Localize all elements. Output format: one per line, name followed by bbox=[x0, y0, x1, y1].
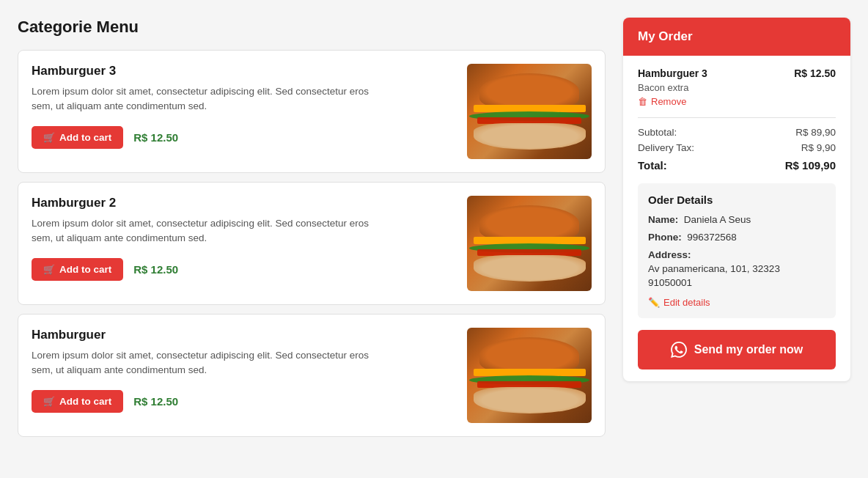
add-to-cart-button-hamburguer-2[interactable]: 🛒 Add to cart bbox=[32, 258, 123, 281]
order-header: My Order bbox=[623, 18, 850, 56]
delivery-tax-label: Delivery Tax: bbox=[638, 142, 694, 153]
edit-details-button[interactable]: ✏️ Edit details bbox=[648, 297, 710, 308]
order-details-section: Oder Details Name: Daniela A Seus Phone:… bbox=[638, 183, 836, 318]
subtotal-value: R$ 89,90 bbox=[795, 127, 836, 138]
menu-card-actions: 🛒 Add to cart R$ 12.50 bbox=[32, 390, 455, 413]
order-item-name: Hamburguer 3 bbox=[638, 67, 707, 79]
delivery-tax-value: R$ 9,90 bbox=[801, 142, 836, 153]
subtotal-row: Subtotal: R$ 89,90 bbox=[638, 127, 836, 138]
total-label: Total: bbox=[638, 159, 667, 172]
menu-card-content: Hamburguer Lorem ipsum dolor sit amet, c… bbox=[32, 328, 455, 413]
page-title: Categorie Menu bbox=[18, 18, 606, 37]
phone-label: Phone: bbox=[648, 232, 682, 243]
order-item-extra: Bacon extra bbox=[638, 82, 836, 93]
order-item-price: R$ 12.50 bbox=[794, 67, 836, 79]
address-label: Address: bbox=[648, 249, 691, 260]
menu-card-actions: 🛒 Add to cart R$ 12.50 bbox=[32, 126, 455, 149]
menu-item-description: Lorem ipsum dolor sit amet, consectetur … bbox=[32, 216, 383, 246]
remove-item-button[interactable]: 🗑 Remove bbox=[638, 96, 686, 107]
tomato-layer bbox=[477, 117, 582, 124]
menu-item-price: R$ 12.50 bbox=[133, 395, 178, 408]
customer-address-row: Address: Av panamericana, 101, 32323 910… bbox=[648, 249, 825, 290]
menu-items-list: Hamburguer 3 Lorem ipsum dolor sit amet,… bbox=[18, 50, 606, 437]
cart-icon: 🛒 bbox=[43, 132, 55, 143]
order-details-title: Oder Details bbox=[648, 194, 825, 206]
menu-item-price: R$ 12.50 bbox=[133, 131, 178, 144]
tomato-layer bbox=[477, 381, 582, 388]
customer-name-row: Name: Daniela A Seus bbox=[648, 213, 825, 227]
subtotal-label: Subtotal: bbox=[638, 127, 677, 138]
tomato-layer bbox=[477, 249, 582, 256]
address-value: Av panamericana, 101, 32323 91050001 bbox=[648, 263, 780, 288]
burger-visual bbox=[467, 64, 592, 159]
phone-value: 996372568 bbox=[687, 232, 737, 243]
cart-icon: 🛒 bbox=[43, 264, 55, 275]
name-label: Name: bbox=[648, 214, 678, 225]
cart-icon: 🛒 bbox=[43, 396, 55, 407]
menu-item-price: R$ 12.50 bbox=[133, 263, 178, 276]
menu-card-content: Hamburguer 2 Lorem ipsum dolor sit amet,… bbox=[32, 196, 455, 281]
menu-item-description: Lorem ipsum dolor sit amet, consectetur … bbox=[32, 84, 383, 114]
customer-phone-row: Phone: 996372568 bbox=[648, 231, 825, 245]
total-row: Total: R$ 109,90 bbox=[638, 159, 836, 172]
menu-item-name: Hamburguer 3 bbox=[32, 64, 455, 78]
menu-section: Categorie Menu Hamburguer 3 Lorem ipsum … bbox=[18, 18, 606, 437]
menu-item-name: Hamburguer 2 bbox=[32, 196, 455, 210]
menu-item-image-hamburguer bbox=[467, 328, 592, 423]
menu-card-actions: 🛒 Add to cart R$ 12.50 bbox=[32, 258, 455, 281]
send-order-button[interactable]: Send my order now bbox=[638, 330, 836, 369]
order-divider bbox=[638, 117, 836, 118]
order-body: Hamburguer 3 R$ 12.50 Bacon extra 🗑 Remo… bbox=[623, 56, 850, 381]
send-order-label: Send my order now bbox=[694, 343, 803, 356]
delivery-tax-row: Delivery Tax: R$ 9,90 bbox=[638, 142, 836, 153]
page-layout: Categorie Menu Hamburguer 3 Lorem ipsum … bbox=[18, 18, 850, 437]
trash-icon: 🗑 bbox=[638, 96, 647, 107]
menu-card-content: Hamburguer 3 Lorem ipsum dolor sit amet,… bbox=[32, 64, 455, 149]
order-panel: My Order Hamburguer 3 R$ 12.50 Bacon ext… bbox=[623, 18, 850, 381]
total-value: R$ 109,90 bbox=[785, 159, 836, 172]
menu-item-description: Lorem ipsum dolor sit amet, consectetur … bbox=[32, 348, 383, 378]
name-value: Daniela A Seus bbox=[684, 214, 751, 225]
menu-card-hamburguer-2: Hamburguer 2 Lorem ipsum dolor sit amet,… bbox=[18, 182, 606, 305]
menu-item-image-hamburguer-3 bbox=[467, 64, 592, 159]
menu-item-name: Hamburguer bbox=[32, 328, 455, 342]
menu-item-image-hamburguer-2 bbox=[467, 196, 592, 291]
burger-visual bbox=[467, 196, 592, 291]
menu-card-hamburguer-3: Hamburguer 3 Lorem ipsum dolor sit amet,… bbox=[18, 50, 606, 173]
whatsapp-icon bbox=[671, 342, 687, 358]
burger-visual bbox=[467, 328, 592, 423]
add-to-cart-button-hamburguer[interactable]: 🛒 Add to cart bbox=[32, 390, 123, 413]
add-to-cart-button-hamburguer-3[interactable]: 🛒 Add to cart bbox=[32, 126, 123, 149]
order-item-row: Hamburguer 3 R$ 12.50 bbox=[638, 67, 836, 79]
pencil-icon: ✏️ bbox=[648, 297, 660, 308]
menu-card-hamburguer: Hamburguer Lorem ipsum dolor sit amet, c… bbox=[18, 314, 606, 437]
